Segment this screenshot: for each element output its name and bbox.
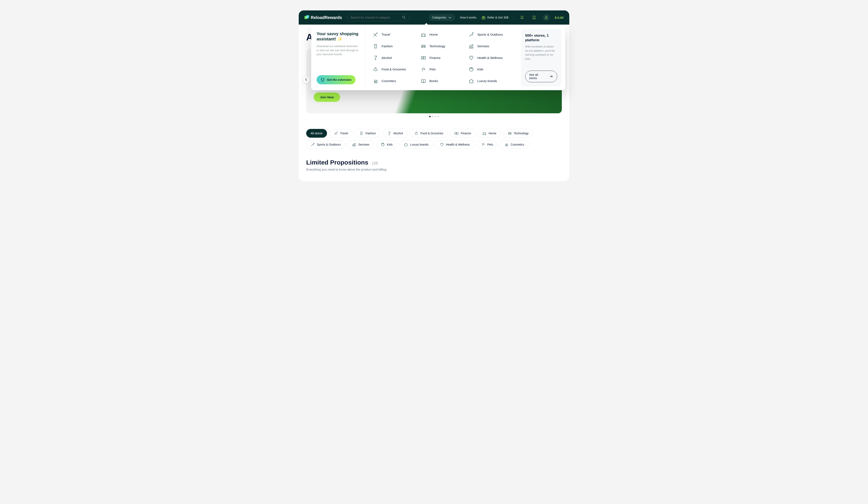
nav-refer[interactable]: Refer & Get 30$ [482,16,508,20]
chip-label: Alcohol [393,132,403,135]
category-item[interactable]: Finance [421,54,462,61]
c-kids-icon [468,67,474,72]
filter-chip[interactable]: Kids [376,140,397,149]
search-input[interactable] [351,16,402,19]
filter-chip[interactable]: Servises [348,140,374,149]
category-item[interactable]: Servises [468,43,510,50]
filter-chip[interactable]: Fashion [355,129,380,138]
c-finance-icon [421,55,426,60]
c-cosmetics-icon [373,78,378,84]
category-label: Finance [430,56,441,60]
category-item[interactable]: Home [421,31,462,38]
category-item[interactable]: Cosmetics [373,78,414,84]
category-item[interactable]: Pets [421,66,462,73]
carousel-dots [306,116,562,117]
category-label: Technology [430,44,445,48]
nav-how-it-works[interactable]: How it works [460,16,476,19]
category-label: Luxury brands [477,79,497,83]
category-item[interactable]: Luxury brands [468,78,510,84]
notifications-button[interactable] [518,14,526,21]
chip-label: Cosmetics [510,143,524,146]
see-all-stores-button[interactable]: See all stores [525,71,557,82]
category-label: Servises [477,44,489,48]
chip-label: Travel [340,132,348,135]
chip-label: Finance [461,132,471,135]
category-item[interactable]: Food & Groceries [373,66,414,73]
brand-mark-icon [304,15,309,20]
c-food-icon [373,67,378,72]
category-item[interactable]: Health & Wellness [468,54,510,61]
category-label: Books [430,79,438,83]
balance-amount[interactable]: $ 0.00 [555,16,564,19]
category-item[interactable]: Fashion [373,43,414,50]
bookmark-icon [532,16,536,20]
bookmarks-button[interactable] [530,14,538,21]
c-cosmetics-icon [504,142,508,147]
carousel-prev-button[interactable] [302,76,310,83]
mega-promo-title: Your savvy shopping assistant! ✨ [317,31,360,42]
c-services-icon [352,142,356,147]
account-button[interactable] [542,14,550,21]
category-item[interactable]: Books [421,78,462,84]
carousel-dot-1[interactable] [429,116,431,117]
category-label: Cosmetics [382,79,396,83]
limited-section: Limited Propositions 120 Everything you … [306,159,562,171]
search-field[interactable] [347,14,410,21]
mega-right-panel: 500+ stores, 1 platform With hundreds of… [517,26,565,90]
filter-chip[interactable]: Travel [330,129,352,138]
filter-chip[interactable]: Alcohol [383,129,407,138]
chevron-down-icon [448,16,452,19]
filter-chip[interactable]: Cosmetics [500,140,528,149]
category-item[interactable]: Sports & Outdoors [468,31,510,38]
filter-chip[interactable]: Food & Groceries [410,129,448,138]
get-extension-button[interactable]: Get the extension [317,75,355,84]
c-sports-icon [468,32,474,37]
filter-chip[interactable]: All stores [306,129,327,138]
get-extension-label: Get the extension [327,78,351,81]
c-luxury-icon [468,78,474,84]
category-item[interactable]: Technology [421,43,462,50]
brand-logo[interactable]: ReloadRewards [304,15,342,20]
c-pets-icon [421,67,426,72]
c-tech-icon [421,43,426,49]
c-luxury-icon [404,142,408,147]
c-home-icon [482,131,486,135]
category-item[interactable]: Kids [468,66,510,73]
chip-label: Luxury brands [410,143,428,146]
c-sports-icon [311,142,315,147]
gift-icon [482,16,486,20]
categories-label: Categories [432,16,446,19]
join-now-button[interactable]: Join Now [314,92,340,102]
separator [513,16,514,20]
category-item[interactable]: Travel [373,31,414,38]
c-alcohol-icon [373,55,378,60]
category-label: Health & Wellness [477,56,503,60]
filter-chip[interactable]: Luxury brands [400,140,433,149]
filter-chip[interactable]: Home [478,129,500,138]
filter-chip[interactable]: Health & Wellness [435,140,474,149]
carousel-dot-2[interactable] [432,116,433,117]
puzzle-icon [321,78,325,82]
limited-title: Limited Propositions [306,159,368,166]
search-icon [402,16,406,19]
filter-chip[interactable]: Sports & Outdoors [306,140,345,149]
chip-label: Sports & Outdoors [317,143,341,146]
filter-chip[interactable]: Technology [503,129,533,138]
see-all-label: See all stores [529,73,547,80]
c-food-icon [414,131,418,135]
carousel-dot-4[interactable] [437,116,439,117]
chip-label: Food & Groceries [421,132,443,135]
c-services-icon [468,43,474,49]
categories-dropdown[interactable]: Categories [429,14,455,21]
category-item[interactable]: Alcohol [373,54,414,61]
filter-chip[interactable]: Finance [450,129,475,138]
category-chips: All storesTravelFashionAlcoholFood & Gro… [306,129,562,149]
arrow-right-icon [549,74,553,79]
filter-chip[interactable]: Pets [477,140,497,149]
carousel-dot-3[interactable] [435,116,436,117]
chip-label: All stores [311,132,323,135]
chip-label: Fashion [365,132,376,135]
c-kids-icon [381,142,385,147]
category-label: Sports & Outdoors [477,33,503,36]
c-pets-icon [481,142,485,147]
